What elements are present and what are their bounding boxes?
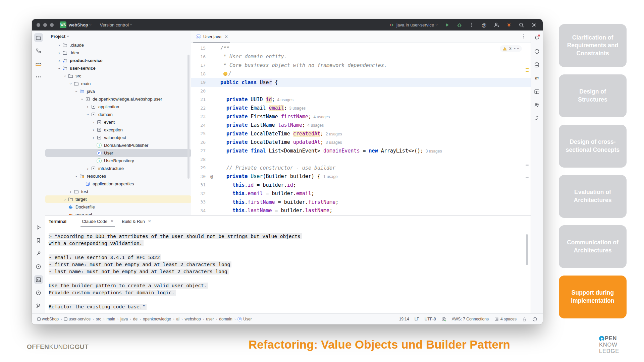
aws-icon[interactable]: aws bbox=[34, 59, 43, 68]
notifications-icon[interactable] bbox=[533, 34, 541, 42]
tree-item-src[interactable]: ›src bbox=[45, 72, 191, 80]
breadcrumb-item-src[interactable]: src bbox=[96, 317, 101, 321]
terminal-icon[interactable] bbox=[34, 275, 43, 284]
tree-chevron-icon[interactable]: › bbox=[56, 43, 62, 48]
tree-chevron-icon[interactable]: › bbox=[62, 197, 68, 202]
tree-item-event[interactable]: ›event bbox=[45, 118, 191, 126]
run-button-icon[interactable] bbox=[444, 22, 450, 28]
problems-icon[interactable] bbox=[34, 288, 43, 297]
tree-item-main[interactable]: ›main bbox=[45, 80, 191, 87]
bookmarks-icon[interactable] bbox=[34, 236, 43, 245]
tree-item--claude[interactable]: ›.claude bbox=[45, 41, 191, 49]
status-widget-19-14[interactable]: 19:14 bbox=[399, 317, 409, 321]
tree-item-userrepository[interactable]: IUserRepository bbox=[45, 157, 191, 165]
tree-chevron-icon[interactable]: › bbox=[85, 166, 91, 171]
terminal-tab-claude-code[interactable]: Claude Code✕ bbox=[78, 216, 118, 227]
project-menu[interactable]: webShop › bbox=[69, 22, 91, 27]
status-widget[interactable] bbox=[532, 317, 537, 322]
terminal-title[interactable]: Terminal bbox=[49, 219, 66, 224]
tree-item-domaineventpublisher[interactable]: IDomainEventPublisher bbox=[45, 141, 191, 149]
maximize-window-icon[interactable] bbox=[50, 23, 54, 27]
tree-item-application[interactable]: ›application bbox=[45, 103, 191, 111]
tree-chevron-icon[interactable]: › bbox=[73, 174, 79, 179]
status-widget-aws-7-connections[interactable]: AWS: 7 Connections bbox=[452, 317, 489, 321]
tree-item-valueobject[interactable]: ›valueobject bbox=[45, 134, 191, 141]
tree-item--idea[interactable]: ›.idea bbox=[45, 49, 191, 57]
terminal-scrollbar[interactable] bbox=[526, 234, 528, 265]
tree-item-product-service[interactable]: ›product-service bbox=[45, 57, 191, 64]
status-widget-4-spaces[interactable]: 4 spaces bbox=[494, 317, 517, 322]
breadcrumb-item-openknowledge[interactable]: openknowledge bbox=[143, 317, 171, 321]
close-window-icon[interactable] bbox=[37, 23, 40, 27]
more-actions-icon[interactable] bbox=[469, 22, 475, 28]
tree-chevron-icon[interactable]: › bbox=[73, 89, 79, 94]
tree-chevron-icon[interactable]: › bbox=[85, 104, 91, 109]
services-icon[interactable] bbox=[34, 249, 43, 258]
updates-icon[interactable] bbox=[533, 47, 541, 55]
tree-item-infrastructure[interactable]: ›infrastructure bbox=[45, 165, 191, 172]
more3-icon[interactable] bbox=[34, 72, 43, 81]
tree-item-pom-xml[interactable]: mpom.xml bbox=[45, 211, 191, 215]
ai-spark-icon[interactable] bbox=[506, 22, 512, 28]
project-tool-icon[interactable] bbox=[34, 33, 43, 42]
tree-chevron-icon[interactable]: › bbox=[62, 73, 68, 78]
tree-item-user-service[interactable]: ›user-service bbox=[45, 64, 191, 72]
breadcrumb-item-webshop[interactable]: webShop bbox=[37, 317, 59, 321]
tree-item-resources[interactable]: ›resources bbox=[45, 172, 191, 180]
run-tool-icon[interactable] bbox=[34, 223, 43, 232]
code-area[interactable]: 15/**16 * User domain entity.17 * Core b… bbox=[191, 43, 531, 215]
database-icon[interactable] bbox=[533, 61, 541, 69]
settings-gear-icon[interactable] bbox=[531, 22, 537, 28]
layout-icon[interactable] bbox=[533, 87, 541, 96]
version-control-menu[interactable]: Version control › bbox=[100, 22, 132, 27]
collab-icon[interactable] bbox=[533, 101, 541, 109]
next-warning-icon[interactable]: › bbox=[516, 48, 520, 49]
debug-button-icon[interactable] bbox=[456, 22, 462, 28]
close-tab-icon[interactable]: ✕ bbox=[148, 219, 151, 224]
git-icon[interactable] bbox=[34, 301, 43, 310]
tree-chevron-icon[interactable]: › bbox=[91, 120, 96, 125]
editor-tab-user-java[interactable]: C User.java ✕ bbox=[191, 31, 232, 43]
tree-chevron-icon[interactable]: › bbox=[91, 127, 96, 132]
tree-chevron-icon[interactable]: › bbox=[56, 58, 62, 63]
ai-assistant-icon[interactable]: @ bbox=[481, 22, 487, 28]
tree-item-exception[interactable]: ›exception bbox=[45, 126, 191, 134]
tree-item-test[interactable]: ›test bbox=[45, 188, 191, 195]
breadcrumb-item-main[interactable]: main bbox=[106, 317, 115, 321]
tree-chevron-icon[interactable]: › bbox=[91, 135, 96, 140]
run-configuration-select[interactable]: java in user-service › bbox=[388, 22, 437, 28]
status-widget[interactable] bbox=[441, 317, 446, 322]
tab-options-icon[interactable] bbox=[521, 34, 526, 39]
breadcrumb-item-user[interactable]: CUser bbox=[237, 317, 252, 321]
tree-chevron-icon[interactable]: › bbox=[68, 189, 73, 194]
maven-icon[interactable]: m bbox=[533, 74, 541, 82]
status-widget-lf[interactable]: LF bbox=[415, 317, 419, 321]
window-controls[interactable] bbox=[37, 23, 54, 27]
structure-icon[interactable] bbox=[34, 46, 43, 55]
project-scrollbar[interactable] bbox=[187, 55, 190, 179]
breadcrumb-item-java[interactable]: java bbox=[120, 317, 128, 321]
profiler-icon[interactable] bbox=[34, 262, 43, 271]
breadcrumb-item-webshop[interactable]: webshop bbox=[185, 317, 201, 321]
minimize-window-icon[interactable] bbox=[43, 23, 47, 27]
code-with-me-icon[interactable] bbox=[493, 22, 499, 28]
tree-chevron-icon[interactable]: › bbox=[68, 81, 73, 86]
breadcrumb-item-ai[interactable]: ai bbox=[176, 317, 179, 321]
tree-item-target[interactable]: ›target bbox=[45, 195, 191, 203]
tree-item-dockerfile[interactable]: Dockerfile bbox=[45, 203, 191, 211]
breadcrumb-item-user[interactable]: user bbox=[206, 317, 214, 321]
search-everywhere-icon[interactable] bbox=[518, 22, 524, 28]
close-tab-icon[interactable]: ✕ bbox=[224, 34, 228, 39]
editor[interactable]: C User.java ✕ 15/**16 * User domain enti… bbox=[191, 31, 531, 215]
tree-chevron-icon[interactable]: › bbox=[79, 97, 85, 102]
breadcrumb-item-domain[interactable]: domain bbox=[219, 317, 232, 321]
tree-chevron-icon[interactable]: › bbox=[85, 112, 91, 117]
terminal-panel[interactable]: Terminal Claude Code✕Build & Run✕ > "Acc… bbox=[45, 215, 531, 313]
tree-chevron-icon[interactable]: › bbox=[56, 50, 62, 55]
project-panel-header[interactable]: Project › bbox=[45, 31, 191, 42]
tree-chevron-icon[interactable]: › bbox=[56, 66, 62, 71]
tree-item-application-properties[interactable]: application.properties bbox=[45, 180, 191, 188]
close-tab-icon[interactable]: ✕ bbox=[110, 219, 114, 224]
breadcrumb-item-user-service[interactable]: user-service bbox=[64, 317, 91, 321]
gradle-icon[interactable] bbox=[533, 114, 541, 122]
